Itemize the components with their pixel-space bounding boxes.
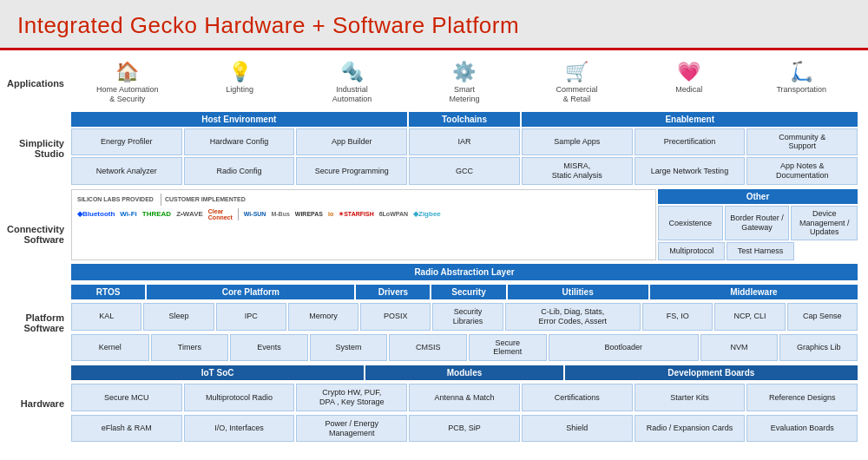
plat-graphics: Graphics Lib — [779, 334, 858, 362]
hw-certifications: Certifications — [522, 384, 633, 411]
lwpan-logo: 6LoWPAN — [379, 211, 408, 217]
connectivity-section: ConnectivitySoftware SILICON LABS PROVID… — [10, 189, 858, 280]
plat-c-lib: C-Lib, Diag, Stats,Error Codes, Assert — [505, 303, 641, 331]
app-transportation: 🛴 Transportation — [746, 59, 858, 98]
simplicity-studio-section: SimplicityStudio Host Environment Toolch… — [10, 112, 858, 185]
plat-memory: Memory — [288, 303, 358, 331]
coexistence: Coexistence — [658, 206, 723, 240]
app-smart-metering: ⚙️ SmartMetering — [408, 59, 520, 108]
ss-label: SimplicityStudio — [10, 112, 71, 185]
bluetooth-logo: ◆Bluetooth — [77, 210, 115, 218]
hw-secure-mcu: Secure MCU — [71, 384, 182, 411]
clear-connect-logo: ClearConnect — [208, 208, 233, 220]
divider1 — [161, 194, 161, 206]
plat-kal: KAL — [71, 303, 141, 331]
plat-rtos-header: RTOS — [71, 285, 145, 299]
hw-io-interfaces: I/O, Interfaces — [184, 415, 295, 443]
ss-block: Host Environment Toolchains Enablement E… — [71, 112, 858, 185]
hw-eflash: eFlash & RAM — [71, 415, 182, 443]
app-commercial-label: Commercial& Retail — [556, 85, 597, 104]
divider2 — [238, 208, 239, 220]
plat-nvm: NVM — [700, 334, 779, 362]
page-title: Integrated Gecko Hardware + Software Pla… — [17, 12, 851, 39]
hw-dev-boards-header: Development Boards — [565, 365, 858, 380]
wisun-logo: Wi-SUN — [244, 211, 266, 217]
plat-cmsis: CMSIS — [389, 334, 467, 362]
platform-section: PlatformSoftware RTOS Core Platform Driv… — [10, 285, 858, 361]
ss-network-analyzer: Network Analyzer — [71, 157, 182, 185]
industrial-icon: 🔩 — [340, 62, 364, 82]
hardware-label: Hardware — [10, 365, 71, 442]
plat-utilities-header: Utilities — [508, 285, 648, 299]
thread-logo: THREAD — [142, 210, 171, 218]
plat-posix: POSIX — [360, 303, 431, 331]
platform-block: RTOS Core Platform Drivers Security Util… — [71, 285, 858, 361]
app-metering-label: SmartMetering — [449, 85, 479, 104]
connectivity-block: SILICON LABS PROVIDED CUSTOMER IMPLEMENT… — [71, 189, 858, 280]
hardware-block: IoT SoC Modules Development Boards Secur… — [71, 365, 858, 442]
customer-label: CUSTOMER IMPLEMENTED — [165, 196, 246, 202]
ss-iar: IAR — [409, 128, 520, 156]
ss-app-notes: App Notes &Documentation — [746, 157, 858, 185]
ss-toolchains-header: Toolchains — [409, 112, 521, 127]
app-medical: 💗 Medical — [633, 59, 745, 98]
hw-multiprotocol-radio: Multiprotocol Radio — [184, 384, 295, 411]
ss-misra: MISRA,Static Analysis — [522, 157, 633, 185]
ss-precertification: Precertification — [635, 128, 746, 156]
plat-events: Events — [230, 334, 308, 362]
app-home-label: Home Automation& Security — [96, 85, 159, 104]
plat-security-header: Security — [431, 285, 505, 299]
hw-shield: Shield — [522, 415, 633, 443]
app-industrial: 🔩 IndustrialAutomation — [296, 59, 408, 108]
starfish-logo: ✶STARFISH — [339, 211, 373, 218]
commercial-icon: 🛒 — [565, 62, 589, 82]
other-header: Other — [658, 189, 858, 204]
applications-section: Applications 🏠 Home Automation& Security… — [10, 59, 858, 108]
device-mgmt: DeviceManagement /Updates — [791, 206, 858, 240]
plat-sleep: Sleep — [143, 303, 214, 331]
hw-crypto-hw: Crypto HW, PUF,DPA , Key Storage — [296, 384, 407, 411]
ss-secure-programming: Secure Programming — [296, 157, 407, 185]
plat-kernel: Kernel — [71, 334, 149, 362]
app-home-automation: 🏠 Home Automation& Security — [71, 59, 183, 108]
app-lighting: 💡 Lighting — [183, 59, 295, 98]
hw-radio-expansion: Radio / Expansion Cards — [635, 415, 746, 443]
hw-power-mgmt: Power / EnergyManagement — [296, 415, 407, 443]
zigbee-logo: ◆Zigbee — [413, 210, 441, 218]
hw-eval-boards: Evaluation Boards — [746, 415, 858, 443]
plat-ncp-cli: NCP, CLI — [714, 303, 785, 331]
plat-core-header: Core Platform — [147, 285, 354, 299]
hw-pcb-sip: PCB, SiP — [409, 415, 520, 443]
plat-middleware-header: Middleware — [650, 285, 858, 299]
wifi-logo: Wi-Fi — [120, 210, 136, 218]
connectivity-other: Other Coexistence Border Router /Gateway… — [658, 189, 858, 260]
transportation-icon: 🛴 — [790, 62, 813, 82]
hw-reference-designs: Reference Designs — [746, 384, 858, 411]
ss-community-support: Community &Support — [746, 128, 858, 156]
hw-antenna: Antenna & Match — [409, 384, 520, 411]
logos-container: SILICON LABS PROVIDED CUSTOMER IMPLEMENT… — [71, 189, 656, 260]
ss-sample-apps: Sample Apps — [522, 128, 633, 156]
plat-drivers-header: Drivers — [356, 285, 430, 299]
plat-secure-element: SecureElement — [469, 334, 547, 362]
app-transportation-label: Transportation — [776, 85, 826, 95]
metering-icon: ⚙️ — [452, 62, 476, 82]
connectivity-label: ConnectivitySoftware — [10, 189, 71, 280]
lighting-icon: 💡 — [228, 62, 252, 82]
plat-fs-io: FS, IO — [642, 303, 713, 331]
mbus-logo: M-Bus — [271, 211, 289, 217]
app-medical-label: Medical — [675, 85, 702, 95]
hw-iot-soc-header: IoT SoC — [71, 365, 364, 380]
home-icon: 🏠 — [115, 62, 139, 82]
ss-radio-config: Radio Config — [184, 157, 295, 185]
ss-energy-profiler: Energy Profiler — [71, 128, 182, 156]
plat-ipc: IPC — [216, 303, 286, 331]
applications-label: Applications — [10, 59, 71, 108]
ss-large-network: Large Network Testing — [635, 157, 746, 185]
ss-hardware-config: Hardware Config — [184, 128, 295, 156]
silicon-label: SILICON LABS PROVIDED — [77, 196, 154, 202]
hw-starter-kits: Starter Kits — [635, 384, 746, 411]
ss-host-env-header: Host Environment — [71, 112, 407, 127]
hw-modules-header: Modules — [365, 365, 563, 380]
plat-sec-libs: SecurityLibraries — [432, 303, 503, 331]
